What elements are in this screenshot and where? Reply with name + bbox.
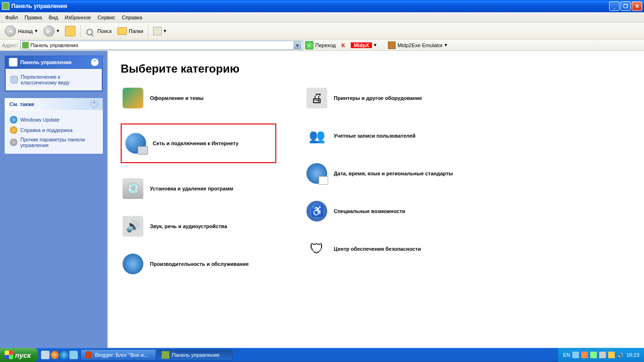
maximize-button[interactable]: ❐ xyxy=(620,1,631,11)
tray-icon[interactable] xyxy=(581,352,588,358)
folders-label: Папки xyxy=(129,28,143,34)
ql-chrome-icon[interactable] xyxy=(50,351,59,359)
menubar: Файл Правка Вид Избранное Сервис Справка xyxy=(0,12,644,23)
address-input[interactable]: Панель управления ▾ xyxy=(20,41,303,50)
dropdown-icon[interactable]: ▾ xyxy=(374,42,377,48)
link-other-params[interactable]: Прочие параметры панели управления xyxy=(10,135,98,149)
system-tray: EN 🔊 18:23 xyxy=(558,348,644,362)
language-indicator[interactable]: EN xyxy=(563,352,570,358)
menu-edit[interactable]: Правка xyxy=(21,13,45,22)
back-label: Назад xyxy=(18,28,33,34)
network-icon xyxy=(125,133,146,154)
category-users[interactable]: Учетные записи пользователей xyxy=(305,123,460,148)
separator xyxy=(148,25,149,37)
address-text: Панель управления xyxy=(31,42,294,48)
taskbar: пуск Blogger: Блог "Вне и... Панель упра… xyxy=(0,348,644,362)
sidebar-body-control: Переключение к классическому виду xyxy=(5,68,102,91)
sidebar-title: Панель управления xyxy=(20,59,72,65)
ql-app-icon[interactable] xyxy=(69,351,78,359)
switch-view-label: Переключение к классическому виду xyxy=(21,74,97,85)
emulator-button[interactable]: Midp2Exe Emulator ▾ xyxy=(388,41,447,49)
volume-icon[interactable]: 🔊 xyxy=(617,352,624,358)
tray-icon[interactable] xyxy=(572,352,579,358)
ql-ie-icon[interactable] xyxy=(60,351,68,359)
search-button[interactable]: Поиск xyxy=(83,27,114,35)
back-button[interactable]: ◄ Назад ▾ xyxy=(3,25,40,38)
dropdown-icon: ▾ xyxy=(35,28,38,34)
separator xyxy=(80,25,81,37)
accessibility-icon xyxy=(306,201,327,222)
content-area: Выберите категорию Оформление и темы Сет… xyxy=(107,51,644,348)
close-button[interactable]: ✕ xyxy=(632,1,642,11)
menu-file[interactable]: Файл xyxy=(2,13,21,22)
quick-launch xyxy=(38,351,81,359)
menu-help[interactable]: Справка xyxy=(119,13,146,22)
go-label: Переход xyxy=(315,42,336,48)
category-date[interactable]: Дата, время, язык и региональные стандар… xyxy=(305,161,460,186)
switch-view-icon xyxy=(10,76,18,83)
menu-favorites[interactable]: Избранное xyxy=(61,13,94,22)
checkmark-icon: ✔ xyxy=(9,58,17,66)
go-button[interactable]: → Переход xyxy=(305,41,336,49)
sidebar-header-seealso[interactable]: См. также ⌃ xyxy=(5,98,103,110)
seealso-title: См. также xyxy=(9,101,34,107)
windows-logo-icon xyxy=(5,351,13,359)
titlebar: Панель управления _ ❐ ✕ xyxy=(0,0,644,12)
minimize-button[interactable]: _ xyxy=(609,1,619,11)
dropdown-icon[interactable]: ▾ xyxy=(294,41,301,49)
folders-button[interactable]: Папки xyxy=(116,26,145,36)
dropdown-icon: ▾ xyxy=(445,42,447,48)
tray-icon[interactable] xyxy=(599,352,606,358)
sidebar-panel-control: ✔ Панель управления ⌃ Переключение к кла… xyxy=(5,56,103,91)
category-sound[interactable]: Звук, речь и аудиоустройства xyxy=(121,214,276,239)
taskbar-item-blogger[interactable]: Blogger: Блог "Вне и... xyxy=(81,349,156,361)
sidebar-panel-seealso: См. также ⌃ Windows Update Справка и под… xyxy=(5,98,103,154)
collapse-icon[interactable]: ⌃ xyxy=(91,100,98,108)
category-programs[interactable]: Установка и удаление программ xyxy=(121,176,276,201)
window-title: Панель управления xyxy=(11,3,609,9)
sound-icon xyxy=(123,216,143,237)
main-area: ✔ Панель управления ⌃ Переключение к кла… xyxy=(0,51,644,348)
category-grid: Оформление и темы Сеть и подключения к И… xyxy=(121,86,631,276)
category-security[interactable]: Центр обеспечения безопасности xyxy=(305,237,460,261)
collapse-icon[interactable]: ⌃ xyxy=(91,58,99,66)
themes-icon xyxy=(123,88,143,108)
gear-icon xyxy=(10,139,17,146)
start-button[interactable]: пуск xyxy=(0,348,38,362)
switch-classic-view[interactable]: Переключение к классическому виду xyxy=(10,73,97,87)
menu-view[interactable]: Вид xyxy=(45,13,61,22)
link-help-support[interactable]: Справка и поддержка xyxy=(10,125,98,135)
ql-desktop-icon[interactable] xyxy=(41,351,50,359)
category-printers[interactable]: Принтеры и другое оборудование xyxy=(305,86,460,110)
start-label: пуск xyxy=(15,351,31,359)
midpx-button[interactable]: MidpX xyxy=(351,42,372,48)
category-column-right: Принтеры и другое оборудование Учетные з… xyxy=(305,86,460,276)
forward-icon: ► xyxy=(43,25,55,37)
link-windows-update[interactable]: Windows Update xyxy=(10,115,98,125)
sidebar-body-seealso: Windows Update Справка и поддержка Прочи… xyxy=(5,110,103,154)
category-performance[interactable]: Производительность и обслуживание xyxy=(121,252,276,276)
tray-icon[interactable] xyxy=(590,352,597,358)
sidebar-header-control[interactable]: ✔ Панель управления ⌃ xyxy=(5,56,102,68)
views-button[interactable]: ▾ xyxy=(151,26,168,36)
forward-button[interactable]: ► ▾ xyxy=(41,25,61,38)
category-themes[interactable]: Оформление и темы xyxy=(121,86,276,110)
sidebar: ✔ Панель управления ⌃ Переключение к кла… xyxy=(0,51,107,348)
category-network[interactable]: Сеть и подключения к Интернету xyxy=(121,123,276,163)
search-label: Поиск xyxy=(98,28,112,34)
page-heading: Выберите категорию xyxy=(121,62,631,75)
category-label: Специальные возможности xyxy=(334,208,405,214)
go-icon: → xyxy=(305,41,314,49)
tray-icon[interactable] xyxy=(608,352,615,358)
link-label: Справка и поддержка xyxy=(20,127,73,133)
task-label: Blogger: Блог "Вне и... xyxy=(95,352,148,358)
menu-service[interactable]: Сервис xyxy=(94,13,119,22)
views-icon xyxy=(153,27,162,35)
taskbar-item-control-panel[interactable]: Панель управления xyxy=(157,349,233,361)
emulator-icon xyxy=(388,41,396,49)
link-label: Прочие параметры панели управления xyxy=(20,137,98,148)
up-button[interactable] xyxy=(63,25,77,37)
opera-icon xyxy=(85,351,92,359)
category-accessibility[interactable]: Специальные возможности xyxy=(305,199,460,223)
clock[interactable]: 18:23 xyxy=(626,352,639,358)
